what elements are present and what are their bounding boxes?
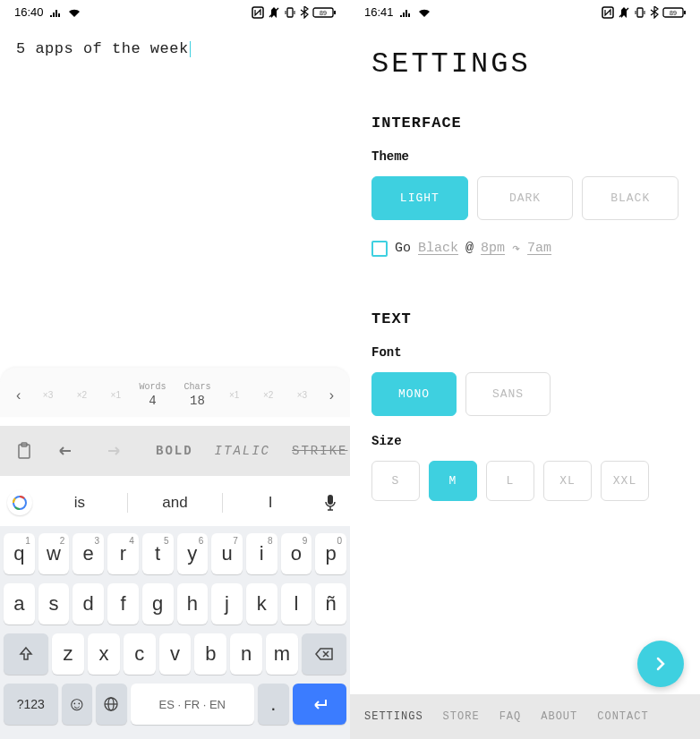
auto-black-row[interactable]: Go Black @ 8pm ↷ 7am bbox=[371, 240, 679, 257]
size-m-button[interactable]: M bbox=[429, 461, 477, 501]
size-xxl-button[interactable]: XXL bbox=[601, 461, 649, 501]
undo-icon[interactable] bbox=[50, 440, 84, 462]
signal-icon bbox=[399, 7, 412, 18]
time-end-link[interactable]: 7am bbox=[527, 241, 551, 256]
key-l[interactable]: l bbox=[281, 583, 312, 624]
font-sans-button[interactable]: SANS bbox=[465, 372, 551, 416]
key-w[interactable]: w2 bbox=[38, 533, 70, 574]
key-s[interactable]: s bbox=[38, 583, 70, 624]
interface-heading: INTERFACE bbox=[371, 115, 679, 132]
key-i[interactable]: i8 bbox=[246, 533, 277, 574]
italic-button[interactable]: ITALIC bbox=[209, 440, 276, 462]
svg-text:89: 89 bbox=[670, 10, 677, 16]
key-v[interactable]: v bbox=[159, 633, 192, 675]
suggestion-3[interactable]: I bbox=[226, 488, 314, 517]
key-h[interactable]: h bbox=[177, 583, 209, 624]
bold-button[interactable]: BOLD bbox=[150, 440, 199, 462]
svg-rect-17 bbox=[637, 8, 643, 17]
key-z[interactable]: z bbox=[52, 633, 84, 675]
backspace-key[interactable] bbox=[302, 633, 346, 675]
shift-key[interactable] bbox=[4, 633, 48, 675]
bluetooth-icon bbox=[650, 6, 659, 19]
key-k[interactable]: k bbox=[246, 583, 277, 624]
key-f[interactable]: f bbox=[107, 583, 139, 624]
wifi-icon bbox=[67, 7, 81, 18]
key-g[interactable]: g bbox=[142, 583, 174, 624]
battery-icon: 89 bbox=[662, 6, 686, 19]
symbols-key[interactable]: ?123 bbox=[4, 684, 58, 725]
nav-faq[interactable]: FAQ bbox=[499, 710, 522, 723]
status-time: 16:40 bbox=[14, 5, 44, 19]
key-p[interactable]: p0 bbox=[315, 533, 346, 574]
theme-dark-button[interactable]: DARK bbox=[477, 176, 574, 220]
bluetooth-icon bbox=[300, 6, 309, 19]
svg-rect-21 bbox=[684, 11, 686, 14]
suggestion-bar: is and I bbox=[0, 480, 350, 526]
space-key[interactable]: ES · FR · EN bbox=[131, 684, 254, 725]
key-b[interactable]: b bbox=[194, 633, 226, 675]
nav-contact[interactable]: CONTACT bbox=[597, 710, 648, 723]
svg-rect-2 bbox=[287, 8, 293, 17]
key-y[interactable]: y6 bbox=[177, 533, 209, 574]
key-t[interactable]: t5 bbox=[142, 533, 174, 574]
status-bar: 16:41 89 bbox=[350, 0, 700, 22]
suggestion-1[interactable]: is bbox=[36, 488, 124, 517]
chevron-left-icon[interactable]: ‹ bbox=[13, 387, 24, 403]
svg-text:89: 89 bbox=[320, 10, 327, 16]
checkbox-icon[interactable] bbox=[371, 241, 388, 257]
text-cursor bbox=[190, 41, 191, 57]
key-c[interactable]: c bbox=[124, 633, 156, 675]
key-o[interactable]: o9 bbox=[281, 533, 312, 574]
signal-icon bbox=[49, 7, 62, 18]
keyboard: is and I q1w2e3r4t5y6u7i8o9p0 asdfghjklñ… bbox=[0, 480, 350, 739]
svg-rect-6 bbox=[334, 11, 336, 14]
chevron-right-icon[interactable]: › bbox=[326, 387, 337, 403]
nav-about[interactable]: ABOUT bbox=[541, 710, 577, 723]
key-u[interactable]: u7 bbox=[211, 533, 243, 574]
status-bar: 16:40 89 bbox=[0, 0, 350, 22]
chars-label: Chars bbox=[184, 382, 211, 392]
key-q[interactable]: q1 bbox=[4, 533, 35, 574]
size-l-button[interactable]: L bbox=[486, 461, 534, 501]
black-link[interactable]: Black bbox=[418, 241, 458, 256]
key-r[interactable]: r4 bbox=[107, 533, 139, 574]
size-s-button[interactable]: S bbox=[371, 461, 420, 501]
google-icon[interactable] bbox=[7, 490, 32, 515]
size-xl-button[interactable]: XL bbox=[543, 461, 592, 501]
key-j[interactable]: j bbox=[211, 583, 243, 624]
arrow-icon: ↷ bbox=[512, 240, 520, 257]
theme-label: Theme bbox=[371, 149, 679, 164]
theme-black-button[interactable]: BLACK bbox=[582, 176, 679, 220]
key-n[interactable]: n bbox=[230, 633, 262, 675]
bottom-nav: SETTINGS STORE FAQ ABOUT CONTACT bbox=[350, 694, 700, 739]
vibrate-icon bbox=[284, 6, 296, 19]
period-key[interactable]: . bbox=[258, 684, 289, 725]
strike-button[interactable]: STRIKE bbox=[286, 440, 353, 462]
mic-icon[interactable] bbox=[318, 494, 343, 512]
theme-light-button[interactable]: LIGHT bbox=[371, 176, 468, 220]
clipboard-icon[interactable] bbox=[9, 438, 39, 463]
key-ñ[interactable]: ñ bbox=[315, 583, 346, 624]
globe-key[interactable] bbox=[96, 684, 127, 725]
enter-key[interactable] bbox=[293, 684, 347, 725]
text-heading: TEXT bbox=[371, 310, 679, 327]
time-start-link[interactable]: 8pm bbox=[481, 241, 505, 256]
key-m[interactable]: m bbox=[266, 633, 298, 675]
editor-content[interactable]: 5 apps of the week bbox=[0, 22, 350, 57]
words-label: Words bbox=[139, 382, 166, 392]
nav-settings[interactable]: SETTINGS bbox=[364, 710, 423, 723]
font-mono-button[interactable]: MONO bbox=[371, 372, 457, 416]
key-d[interactable]: d bbox=[73, 583, 104, 624]
key-e[interactable]: e3 bbox=[73, 533, 104, 574]
chars-value: 18 bbox=[184, 394, 211, 408]
wifi-icon bbox=[417, 7, 431, 18]
emoji-key[interactable]: ☺ bbox=[62, 684, 93, 725]
key-a[interactable]: a bbox=[4, 583, 35, 624]
key-x[interactable]: x bbox=[88, 633, 120, 675]
wordcount-bar: ‹ ×3 ×2 ×1 Words 4 Chars 18 ×1 ×2 ×3 › bbox=[0, 368, 350, 417]
mute-icon bbox=[618, 6, 630, 19]
redo-icon[interactable] bbox=[95, 440, 129, 462]
next-fab[interactable] bbox=[637, 641, 684, 687]
nav-store[interactable]: STORE bbox=[443, 710, 480, 723]
suggestion-2[interactable]: and bbox=[132, 488, 219, 517]
